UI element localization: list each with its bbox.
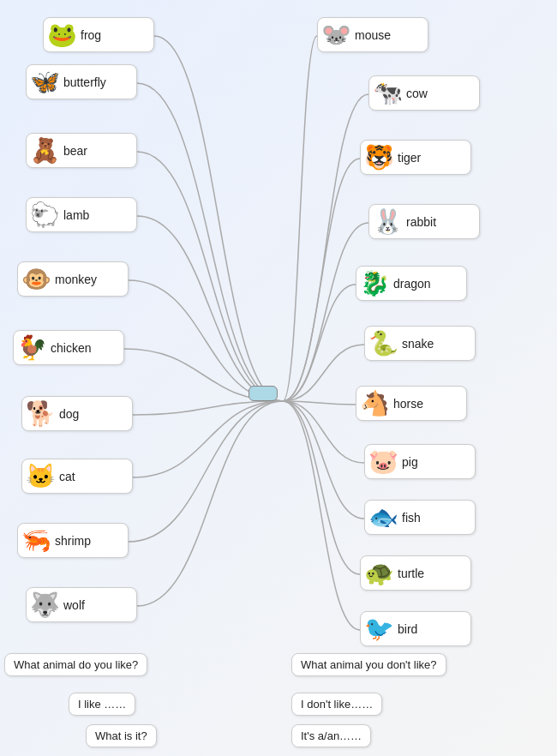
- animal-card-turtle: 🐢turtle: [360, 555, 471, 591]
- animal-card-wolf: 🐺wolf: [26, 587, 137, 622]
- animal-card-bird: 🐦bird: [360, 611, 471, 646]
- horse-icon: 🐴: [359, 389, 390, 417]
- animal-card-cow: 🐄cow: [368, 75, 480, 111]
- animal-card-tiger: 🐯tiger: [360, 140, 471, 175]
- monkey-label: monkey: [55, 273, 97, 286]
- animal-card-rabbit: 🐰rabbit: [368, 204, 480, 239]
- snake-label: snake: [402, 337, 434, 351]
- animal-card-bear: 🧸bear: [26, 133, 137, 168]
- rabbit-icon: 🐰: [372, 207, 403, 236]
- monkey-icon: 🐵: [21, 265, 51, 293]
- dog-label: dog: [59, 407, 79, 421]
- wolf-label: wolf: [63, 598, 85, 612]
- frog-label: frog: [81, 28, 101, 42]
- mind-map-canvas: 🐸frog🦋butterfly🧸bear🐑lamb🐵monkey🐓chicken…: [0, 0, 557, 756]
- snake-icon: 🐍: [368, 329, 398, 357]
- phrase-phrase6: It's a/an……: [291, 724, 371, 747]
- chicken-icon: 🐓: [16, 333, 47, 362]
- animal-card-frog: 🐸frog: [43, 17, 154, 52]
- wolf-icon: 🐺: [29, 591, 60, 619]
- dragon-label: dragon: [393, 277, 431, 291]
- animal-card-cat: 🐱cat: [21, 459, 133, 494]
- frog-icon: 🐸: [46, 21, 77, 49]
- cow-icon: 🐄: [372, 79, 403, 107]
- bird-label: bird: [398, 622, 417, 636]
- phrase-phrase1: What animal do you like?: [4, 653, 147, 676]
- horse-label: horse: [393, 397, 423, 411]
- connection-lines: [0, 0, 557, 756]
- tiger-icon: 🐯: [363, 143, 394, 171]
- cow-label: cow: [406, 87, 428, 100]
- bear-label: bear: [63, 144, 87, 158]
- animal-card-shrimp: 🦐shrimp: [17, 523, 129, 558]
- pig-label: pig: [402, 455, 418, 469]
- butterfly-label: butterfly: [63, 75, 106, 89]
- bird-icon: 🐦: [363, 615, 394, 643]
- rabbit-label: rabbit: [406, 215, 436, 229]
- phrase-phrase5: I don't like……: [291, 693, 382, 716]
- animal-card-pig: 🐷pig: [364, 444, 476, 479]
- shrimp-label: shrimp: [55, 534, 91, 548]
- animal-card-monkey: 🐵monkey: [17, 261, 129, 297]
- lamb-label: lamb: [63, 208, 89, 222]
- turtle-label: turtle: [398, 567, 424, 580]
- animal-card-mouse: 🐭mouse: [317, 17, 428, 52]
- cat-icon: 🐱: [25, 462, 56, 490]
- animal-card-lamb: 🐑lamb: [26, 197, 137, 232]
- lamb-icon: 🐑: [29, 201, 60, 229]
- animal-card-butterfly: 🦋butterfly: [26, 64, 137, 99]
- phrase-phrase3: What is it?: [86, 724, 157, 747]
- dragon-icon: 🐉: [359, 269, 390, 297]
- mouse-icon: 🐭: [320, 21, 351, 49]
- tiger-label: tiger: [398, 151, 421, 165]
- chicken-label: chicken: [51, 341, 91, 355]
- phrase-phrase4: What animal you don't like?: [291, 653, 446, 676]
- animal-card-horse: 🐴horse: [356, 386, 467, 421]
- animal-card-dragon: 🐉dragon: [356, 266, 467, 301]
- fish-icon: 🐟: [368, 503, 398, 531]
- butterfly-icon: 🦋: [29, 68, 60, 96]
- turtle-icon: 🐢: [363, 559, 394, 587]
- mouse-label: mouse: [355, 28, 391, 42]
- animal-card-snake: 🐍snake: [364, 326, 476, 361]
- center-node: [249, 386, 278, 401]
- fish-label: fish: [402, 511, 421, 525]
- shrimp-icon: 🦐: [21, 526, 51, 555]
- pig-icon: 🐷: [368, 447, 398, 476]
- phrase-phrase2: I like ……: [69, 693, 135, 716]
- animal-card-dog: 🐕dog: [21, 396, 133, 431]
- cat-label: cat: [59, 470, 75, 483]
- bear-icon: 🧸: [29, 136, 60, 165]
- dog-icon: 🐕: [25, 399, 56, 428]
- animal-card-chicken: 🐓chicken: [13, 330, 124, 365]
- animal-card-fish: 🐟fish: [364, 500, 476, 535]
